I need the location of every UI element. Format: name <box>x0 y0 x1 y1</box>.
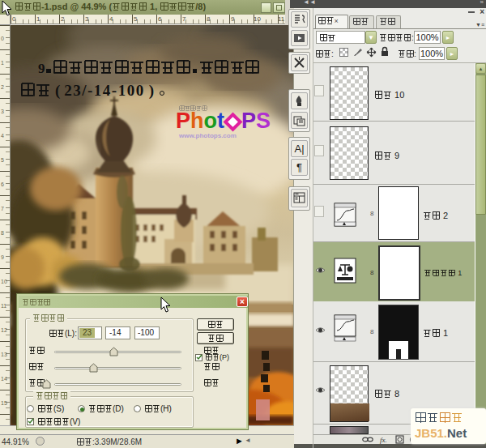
svg-text:fx.: fx. <box>380 436 387 444</box>
